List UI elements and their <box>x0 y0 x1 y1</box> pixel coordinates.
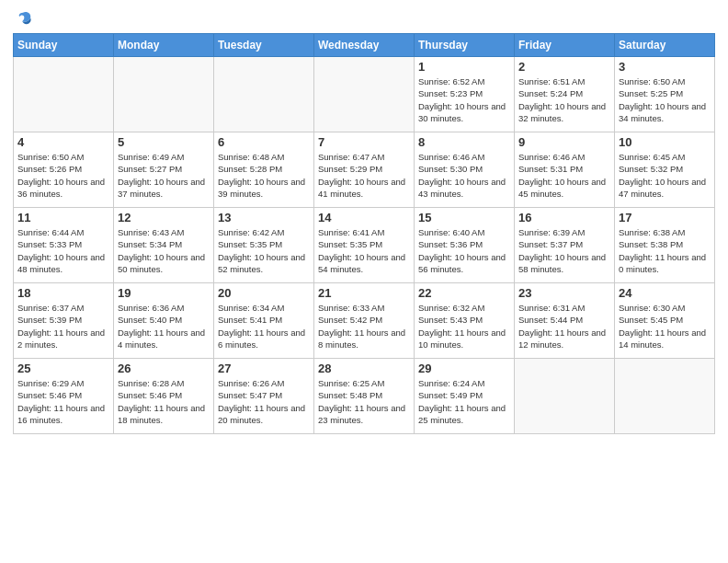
day-number: 1 <box>418 60 510 74</box>
day-info: Sunrise: 6:50 AM Sunset: 5:25 PM Dayligh… <box>619 75 711 124</box>
calendar-cell <box>14 57 114 132</box>
day-number: 24 <box>619 286 711 300</box>
calendar-week-row: 11Sunrise: 6:44 AM Sunset: 5:33 PM Dayli… <box>14 208 715 283</box>
calendar-cell: 3Sunrise: 6:50 AM Sunset: 5:25 PM Daylig… <box>615 57 715 132</box>
calendar-cell: 11Sunrise: 6:44 AM Sunset: 5:33 PM Dayli… <box>14 208 114 283</box>
calendar-day-header: Thursday <box>415 34 515 57</box>
day-number: 13 <box>218 211 310 224</box>
day-info: Sunrise: 6:43 AM Sunset: 5:34 PM Dayligh… <box>118 226 210 275</box>
day-number: 17 <box>619 211 711 224</box>
day-info: Sunrise: 6:34 AM Sunset: 5:41 PM Dayligh… <box>218 302 310 350</box>
day-info: Sunrise: 6:44 AM Sunset: 5:33 PM Dayligh… <box>17 226 109 275</box>
day-info: Sunrise: 6:41 AM Sunset: 5:35 PM Dayligh… <box>318 226 410 275</box>
calendar-cell: 9Sunrise: 6:46 AM Sunset: 5:31 PM Daylig… <box>515 132 615 208</box>
calendar-cell <box>314 57 415 132</box>
logo <box>13 9 33 29</box>
day-info: Sunrise: 6:28 AM Sunset: 5:46 PM Dayligh… <box>118 377 210 426</box>
day-number: 8 <box>418 135 510 149</box>
day-number: 15 <box>418 211 510 224</box>
calendar-day-header: Monday <box>114 34 214 57</box>
day-number: 18 <box>17 286 109 300</box>
day-info: Sunrise: 6:31 AM Sunset: 5:44 PM Dayligh… <box>518 302 610 350</box>
calendar-cell <box>114 57 214 132</box>
calendar-cell: 13Sunrise: 6:42 AM Sunset: 5:35 PM Dayli… <box>214 208 314 283</box>
day-info: Sunrise: 6:24 AM Sunset: 5:49 PM Dayligh… <box>418 377 510 426</box>
day-number: 6 <box>218 135 310 149</box>
calendar-cell: 10Sunrise: 6:45 AM Sunset: 5:32 PM Dayli… <box>615 132 715 208</box>
day-info: Sunrise: 6:52 AM Sunset: 5:23 PM Dayligh… <box>418 75 510 124</box>
day-number: 10 <box>619 135 711 149</box>
calendar-cell: 25Sunrise: 6:29 AM Sunset: 5:46 PM Dayli… <box>14 359 114 434</box>
calendar-day-header: Friday <box>515 34 615 57</box>
day-number: 22 <box>418 286 510 300</box>
calendar-cell: 19Sunrise: 6:36 AM Sunset: 5:40 PM Dayli… <box>114 283 214 359</box>
day-number: 27 <box>218 362 310 375</box>
day-info: Sunrise: 6:25 AM Sunset: 5:48 PM Dayligh… <box>318 377 410 426</box>
header <box>13 9 715 29</box>
calendar-cell: 2Sunrise: 6:51 AM Sunset: 5:24 PM Daylig… <box>515 57 615 132</box>
calendar-cell: 20Sunrise: 6:34 AM Sunset: 5:41 PM Dayli… <box>214 283 314 359</box>
day-number: 4 <box>17 135 109 149</box>
day-number: 5 <box>118 135 210 149</box>
calendar-cell <box>615 359 715 434</box>
day-info: Sunrise: 6:51 AM Sunset: 5:24 PM Dayligh… <box>518 75 610 124</box>
calendar-week-row: 1Sunrise: 6:52 AM Sunset: 5:23 PM Daylig… <box>14 57 715 132</box>
day-number: 26 <box>118 362 210 375</box>
calendar-cell: 12Sunrise: 6:43 AM Sunset: 5:34 PM Dayli… <box>114 208 214 283</box>
day-info: Sunrise: 6:32 AM Sunset: 5:43 PM Dayligh… <box>418 302 510 350</box>
day-number: 9 <box>518 135 610 149</box>
day-number: 7 <box>318 135 410 149</box>
calendar-cell: 7Sunrise: 6:47 AM Sunset: 5:29 PM Daylig… <box>314 132 415 208</box>
day-number: 12 <box>118 211 210 224</box>
calendar-cell: 29Sunrise: 6:24 AM Sunset: 5:49 PM Dayli… <box>415 359 515 434</box>
calendar-cell: 22Sunrise: 6:32 AM Sunset: 5:43 PM Dayli… <box>415 283 515 359</box>
day-info: Sunrise: 6:30 AM Sunset: 5:45 PM Dayligh… <box>619 302 711 350</box>
day-info: Sunrise: 6:48 AM Sunset: 5:28 PM Dayligh… <box>218 151 310 200</box>
calendar-cell: 14Sunrise: 6:41 AM Sunset: 5:35 PM Dayli… <box>314 208 415 283</box>
day-info: Sunrise: 6:37 AM Sunset: 5:39 PM Dayligh… <box>17 302 109 350</box>
calendar-cell: 23Sunrise: 6:31 AM Sunset: 5:44 PM Dayli… <box>515 283 615 359</box>
calendar-cell: 6Sunrise: 6:48 AM Sunset: 5:28 PM Daylig… <box>214 132 314 208</box>
day-info: Sunrise: 6:45 AM Sunset: 5:32 PM Dayligh… <box>619 151 711 200</box>
calendar-day-header: Sunday <box>14 34 114 57</box>
calendar-day-header: Tuesday <box>214 34 314 57</box>
calendar-cell: 8Sunrise: 6:46 AM Sunset: 5:30 PM Daylig… <box>415 132 515 208</box>
day-number: 20 <box>218 286 310 300</box>
day-number: 11 <box>17 211 109 224</box>
day-number: 3 <box>619 60 711 74</box>
calendar-cell: 18Sunrise: 6:37 AM Sunset: 5:39 PM Dayli… <box>14 283 114 359</box>
day-number: 23 <box>518 286 610 300</box>
calendar-day-header: Saturday <box>615 34 715 57</box>
calendar-week-row: 4Sunrise: 6:50 AM Sunset: 5:26 PM Daylig… <box>14 132 715 208</box>
calendar-cell: 28Sunrise: 6:25 AM Sunset: 5:48 PM Dayli… <box>314 359 415 434</box>
day-info: Sunrise: 6:36 AM Sunset: 5:40 PM Dayligh… <box>118 302 210 350</box>
calendar-week-row: 18Sunrise: 6:37 AM Sunset: 5:39 PM Dayli… <box>14 283 715 359</box>
day-info: Sunrise: 6:50 AM Sunset: 5:26 PM Dayligh… <box>17 151 109 200</box>
day-number: 21 <box>318 286 410 300</box>
day-info: Sunrise: 6:49 AM Sunset: 5:27 PM Dayligh… <box>118 151 210 200</box>
calendar-table: SundayMondayTuesdayWednesdayThursdayFrid… <box>13 33 715 434</box>
day-info: Sunrise: 6:26 AM Sunset: 5:47 PM Dayligh… <box>218 377 310 426</box>
calendar-cell: 16Sunrise: 6:39 AM Sunset: 5:37 PM Dayli… <box>515 208 615 283</box>
page-container: SundayMondayTuesdayWednesdayThursdayFrid… <box>0 0 728 440</box>
day-number: 14 <box>318 211 410 224</box>
day-info: Sunrise: 6:29 AM Sunset: 5:46 PM Dayligh… <box>17 377 109 426</box>
day-info: Sunrise: 6:42 AM Sunset: 5:35 PM Dayligh… <box>218 226 310 275</box>
day-number: 2 <box>518 60 610 74</box>
logo-text <box>13 9 33 29</box>
day-info: Sunrise: 6:46 AM Sunset: 5:30 PM Dayligh… <box>418 151 510 200</box>
day-info: Sunrise: 6:38 AM Sunset: 5:38 PM Dayligh… <box>619 226 711 275</box>
calendar-cell: 5Sunrise: 6:49 AM Sunset: 5:27 PM Daylig… <box>114 132 214 208</box>
day-number: 28 <box>318 362 410 375</box>
calendar-cell: 24Sunrise: 6:30 AM Sunset: 5:45 PM Dayli… <box>615 283 715 359</box>
calendar-day-header: Wednesday <box>314 34 415 57</box>
calendar-cell <box>214 57 314 132</box>
day-number: 19 <box>118 286 210 300</box>
calendar-header-row: SundayMondayTuesdayWednesdayThursdayFrid… <box>14 34 715 57</box>
day-info: Sunrise: 6:40 AM Sunset: 5:36 PM Dayligh… <box>418 226 510 275</box>
calendar-cell: 27Sunrise: 6:26 AM Sunset: 5:47 PM Dayli… <box>214 359 314 434</box>
calendar-cell: 17Sunrise: 6:38 AM Sunset: 5:38 PM Dayli… <box>615 208 715 283</box>
calendar-cell: 21Sunrise: 6:33 AM Sunset: 5:42 PM Dayli… <box>314 283 415 359</box>
day-number: 25 <box>17 362 109 375</box>
day-info: Sunrise: 6:39 AM Sunset: 5:37 PM Dayligh… <box>518 226 610 275</box>
